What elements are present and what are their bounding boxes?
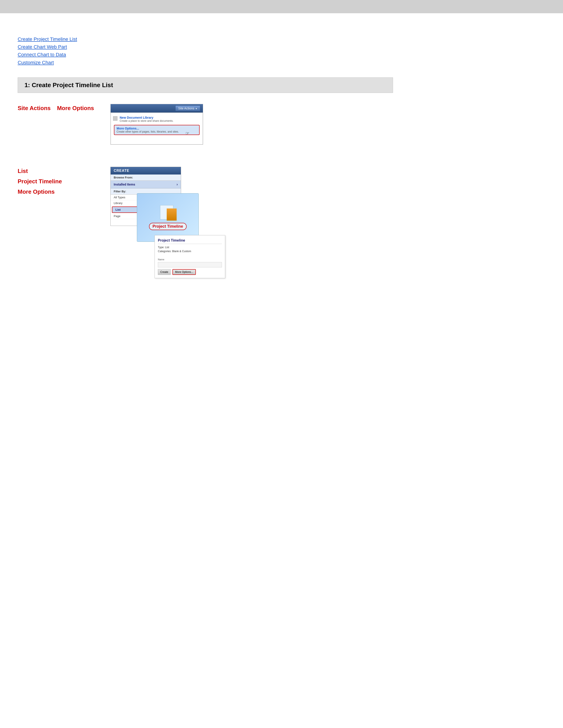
browse-from-label: Browse From: xyxy=(111,174,181,181)
project-timeline-detail: Project Timeline Type: List Categories: … xyxy=(154,235,225,278)
sa-menu-item-new-doc[interactable]: New Document Library Create a place to s… xyxy=(111,114,203,124)
pt-detail-type: Type: List xyxy=(158,246,222,249)
project-timeline-icon xyxy=(159,205,177,221)
sa-menu-item-desc-new-doc: Create a place to store and share docume… xyxy=(120,119,199,123)
pt-detail-title: Project Timeline xyxy=(158,238,222,244)
sa-menu: New Document Library Create a place to s… xyxy=(111,113,203,145)
pt-name-input[interactable] xyxy=(158,262,222,267)
step2-labels: List Project Timeline More Options xyxy=(18,167,102,196)
step1-text: Site Actions More Options xyxy=(18,104,110,154)
sa-more-options-desc: Create other types of pages, lists, libr… xyxy=(117,130,197,133)
installed-items-option[interactable]: Installed Items xyxy=(111,181,181,188)
pt-card-label: Project Timeline xyxy=(149,223,187,230)
project-timeline-card[interactable]: Project Timeline xyxy=(137,193,199,242)
step1-images: Site Actions New Document Library Create… xyxy=(110,104,545,154)
step2-images: CREATE Browse From: Installed Items Filt… xyxy=(110,167,181,299)
pt-detail-buttons: Create More Options... xyxy=(158,269,222,275)
top-bar xyxy=(0,0,563,13)
pt-more-options-button[interactable]: More Options... xyxy=(172,269,196,275)
doc-library-icon xyxy=(113,116,117,121)
pt-name-label: Name xyxy=(158,258,222,261)
sa-more-options-title: More Options... xyxy=(117,127,197,130)
toc-link-customize-chart[interactable]: Customize Chart xyxy=(18,59,545,66)
create-dialog-header: CREATE xyxy=(111,167,181,174)
pt-icon-fg xyxy=(167,208,177,221)
pt-detail-categories: Categories: Blank & Custom xyxy=(158,250,222,253)
cursor-icon: ☞ xyxy=(185,131,189,136)
toc-links: Create Project Timeline List Create Char… xyxy=(18,35,545,66)
toc-link-create-chart[interactable]: Create Chart Web Part xyxy=(18,43,545,51)
sa-menu-item-title-new-doc: New Document Library xyxy=(120,116,199,119)
site-actions-screenshot: Site Actions New Document Library Create… xyxy=(110,104,203,145)
step1-label1: Site Actions More Options xyxy=(18,104,102,113)
step2-row: List Project Timeline More Options CREAT… xyxy=(18,167,545,299)
section1-header: 1: Create Project Timeline List xyxy=(18,77,393,93)
sa-header: Site Actions xyxy=(111,104,203,113)
step1-row: Site Actions More Options Site Actions N… xyxy=(18,104,545,154)
toc-link-connect-chart[interactable]: Connect Chart to Data xyxy=(18,51,545,58)
step2-text: List Project Timeline More Options xyxy=(18,167,110,299)
content-area: Create Project Timeline List Create Char… xyxy=(0,13,563,326)
toc-link-create-project[interactable]: Create Project Timeline List xyxy=(18,35,545,43)
site-actions-button[interactable]: Site Actions xyxy=(175,105,200,111)
pt-create-button[interactable]: Create xyxy=(158,269,171,275)
